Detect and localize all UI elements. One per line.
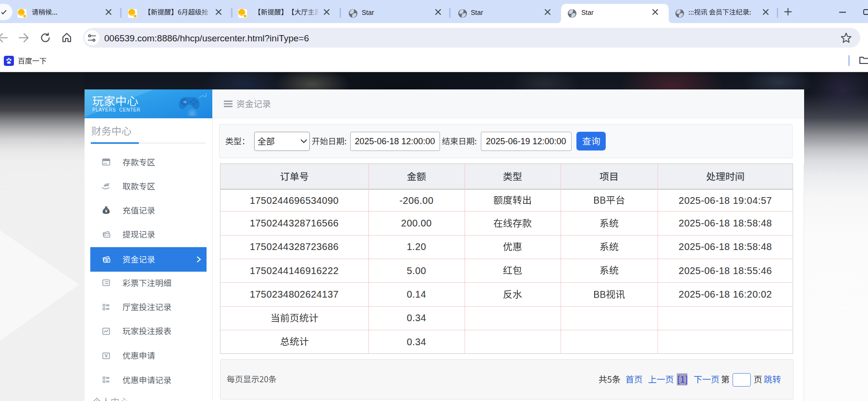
svg-text:¥: ¥: [105, 209, 107, 213]
